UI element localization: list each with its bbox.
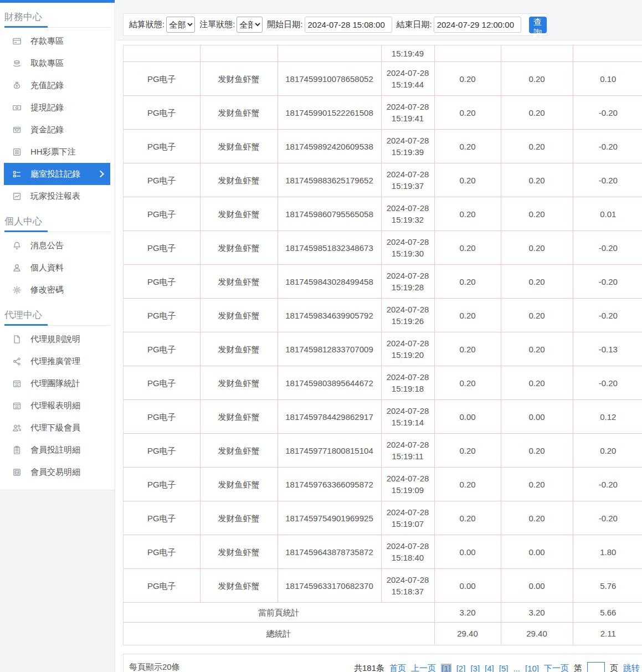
game-name-cell: 发财鱼虾蟹 — [200, 434, 278, 468]
sidebar-item-修改密碼[interactable]: 修改密碼 — [4, 279, 110, 301]
bet-time-cell: 2024-07-28 15:19:32 — [381, 197, 434, 231]
platform-cell: PG电子 — [124, 299, 200, 332]
bet-time-cell: 2024-07-28 15:19:44 — [381, 62, 434, 96]
section-title-rule — [4, 324, 110, 326]
jump-page-input[interactable] — [587, 662, 605, 672]
sidebar-panel: 財務中心存款專區取款專區充值記錄提現記錄資金記錄HH彩票下注廳室投註記錄玩家投注… — [0, 3, 115, 490]
win-loss-cell: 0.10 — [573, 62, 642, 96]
sidebar-item-消息公告[interactable]: 消息公告 — [4, 234, 110, 257]
order-id-cell: 1817459803895644672 — [278, 366, 381, 400]
sidebar-item-HH彩票下注[interactable]: HH彩票下注 — [4, 141, 110, 163]
sidebar-item-代理下級會員[interactable]: 代理下級會員 — [4, 417, 110, 439]
sidebar-item-資金記錄[interactable]: 資金記錄 — [4, 119, 110, 141]
order-id-cell: 1817459763366095872 — [278, 468, 381, 501]
first-page-link[interactable]: 首页 — [389, 663, 406, 672]
total-summary-row-label: 總統計 — [124, 623, 434, 645]
pagination-controls: 共181条首页上一页[1][2][3][4][5]...[10]下一页第页跳转 — [349, 662, 640, 672]
table-row: PG电子发财鱼虾蟹18174596331706823702024-07-28 1… — [124, 569, 642, 603]
sidebar-item-代理報表明細[interactable]: 代理報表明細 — [4, 394, 110, 417]
page-ellipsis: ... — [513, 664, 520, 672]
win-loss-cell: 2.11 — [573, 623, 642, 645]
transaction-list-icon — [12, 468, 22, 477]
sidebar-item-會員投註明細[interactable]: 會員投註明細 — [4, 439, 110, 461]
valid-bet-cell: 0.20 — [501, 62, 573, 96]
sidebar-item-label: 修改密碼 — [30, 285, 64, 295]
order-id-cell: 1817459883625179652 — [278, 163, 381, 197]
jump-prefix-label: 第 — [574, 663, 582, 672]
sidebar-item-個人資料[interactable]: 個人資料 — [4, 257, 110, 279]
valid-bet-cell: 0.20 — [501, 434, 573, 468]
order-id-cell: 1817459860795565058 — [278, 197, 381, 231]
sidebar-item-label: 廳室投註記錄 — [30, 169, 80, 179]
valid-bet-cell: 0.00 — [501, 400, 573, 434]
sidebar-item-充值記錄[interactable]: 充值記錄 — [4, 74, 110, 96]
sidebar-item-玩家投注報表[interactable]: 玩家投注報表 — [4, 185, 110, 207]
bet-records-table: 15:19:49PG电子发财鱼虾蟹18174599100786580522024… — [124, 45, 642, 644]
section-title: 財務中心 — [0, 3, 115, 26]
jump-button[interactable]: 跳转 — [623, 663, 640, 672]
valid-bet-cell: 0.20 — [501, 332, 573, 366]
page-link-3[interactable]: [3] — [470, 664, 480, 672]
sidebar-item-代理推廣管理[interactable]: 代理推廣管理 — [4, 350, 110, 372]
order-id-cell: 1817459910078658052 — [278, 62, 381, 96]
table-row-partial: 15:19:49 — [124, 45, 642, 62]
sidebar-item-代理團隊統計[interactable]: 代理團隊統計 — [4, 372, 110, 394]
sidebar-item-label: 會員投註明細 — [30, 445, 80, 455]
bet-amount-cell: 0.20 — [434, 197, 501, 231]
bell-icon — [12, 241, 22, 250]
page-link-5[interactable]: [5] — [499, 664, 509, 672]
table-row: PG电子发财鱼虾蟹18174599100786580522024-07-28 1… — [124, 62, 642, 96]
win-loss-cell — [573, 45, 642, 62]
bet-amount-cell: 0.20 — [434, 468, 501, 501]
valid-bet-cell: 0.20 — [501, 96, 573, 130]
game-name-cell: 发财鱼虾蟹 — [200, 96, 278, 130]
page-link-4[interactable]: [4] — [485, 664, 494, 672]
platform-cell: PG电子 — [124, 400, 200, 434]
order-id-cell: 1817459892420609538 — [278, 130, 381, 163]
withdraw-hand-icon — [12, 59, 22, 68]
settle-status-select[interactable]: 全部 — [166, 17, 195, 33]
order-id-cell — [278, 45, 381, 62]
sidebar-item-代理規則說明[interactable]: 代理規則說明 — [4, 328, 110, 350]
page-link-1[interactable]: [1] — [441, 664, 451, 672]
valid-bet-cell: 0.20 — [501, 197, 573, 231]
bet-amount-cell: 0.20 — [434, 231, 501, 265]
platform-cell: PG电子 — [124, 569, 200, 603]
start-date-input[interactable] — [305, 17, 392, 33]
game-name-cell: 发财鱼虾蟹 — [200, 468, 278, 501]
win-loss-cell: 5.66 — [573, 603, 642, 623]
end-date-input[interactable] — [434, 17, 521, 33]
sidebar-item-取款專區[interactable]: 取款專區 — [4, 52, 110, 74]
doc-icon — [12, 335, 22, 344]
sidebar-item-會員交易明細[interactable]: 會員交易明細 — [4, 461, 110, 483]
game-name-cell: 发财鱼虾蟹 — [200, 130, 278, 163]
win-loss-cell: 1.80 — [573, 535, 642, 569]
sidebar-item-存款專區[interactable]: 存款專區 — [4, 30, 110, 52]
page-summary-row: 當前頁統計3.203.205.66 — [124, 603, 642, 623]
clipboard-icon — [12, 445, 22, 455]
sidebar-item-廳室投註記錄[interactable]: 廳室投註記錄 — [4, 163, 110, 185]
start-date-label: 開始日期: — [267, 19, 302, 30]
next-page-link[interactable]: 下一页 — [544, 663, 569, 672]
page-link-2[interactable]: [2] — [456, 664, 466, 672]
bet-time-cell: 2024-07-28 15:19:09 — [381, 468, 434, 501]
order-id-cell: 1817459851832348673 — [278, 231, 381, 265]
valid-bet-cell: 0.20 — [501, 130, 573, 163]
user-icon — [12, 263, 22, 273]
win-loss-cell: -0.20 — [573, 501, 642, 535]
order-status-label: 注單狀態: — [199, 19, 235, 30]
table-row: PG电子发财鱼虾蟹18174597844298629172024-07-28 1… — [124, 400, 642, 434]
bet-amount-cell: 0.00 — [434, 535, 501, 569]
sidebar-item-提現記錄[interactable]: 提現記錄 — [4, 96, 110, 119]
platform-cell: PG电子 — [124, 501, 200, 535]
bet-amount-cell: 0.20 — [434, 62, 501, 96]
prev-page-link[interactable]: 上一页 — [411, 663, 436, 672]
table-body: 15:19:49PG电子发财鱼虾蟹18174599100786580522024… — [124, 45, 642, 644]
page-link-last[interactable]: [10] — [525, 664, 539, 672]
sidebar-item-label: 提現記錄 — [30, 102, 64, 113]
order-status-select[interactable]: 全部 — [237, 17, 263, 33]
player-report-icon — [12, 192, 22, 201]
search-button[interactable]: 查詢 — [529, 17, 547, 33]
settle-status-label: 結算狀態: — [129, 19, 165, 30]
sidebar-item-label: 消息公告 — [30, 240, 64, 251]
